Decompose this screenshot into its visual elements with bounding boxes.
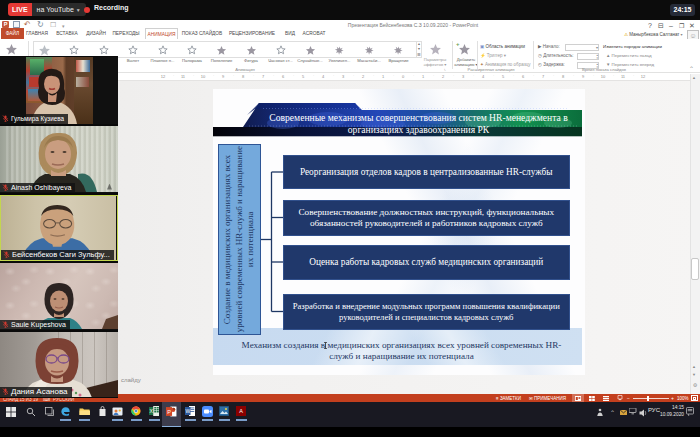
svg-text:W: W — [185, 408, 190, 414]
svg-text:P: P — [167, 409, 171, 415]
svg-text:A: A — [239, 408, 243, 414]
